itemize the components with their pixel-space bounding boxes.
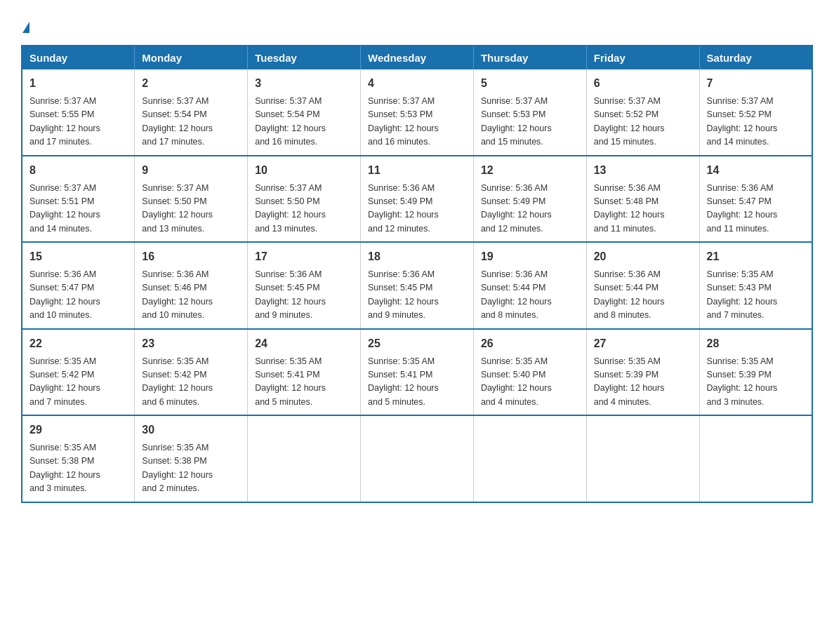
calendar-cell: 15Sunrise: 5:36 AMSunset: 5:47 PMDayligh… bbox=[22, 242, 135, 329]
column-header-friday: Friday bbox=[586, 46, 699, 69]
week-row-4: 22Sunrise: 5:35 AMSunset: 5:42 PMDayligh… bbox=[22, 329, 812, 416]
column-header-monday: Monday bbox=[135, 46, 248, 69]
page-header bbox=[21, 14, 813, 34]
calendar-cell: 3Sunrise: 5:37 AMSunset: 5:54 PMDaylight… bbox=[248, 69, 361, 156]
day-info: Sunrise: 5:36 AMSunset: 5:49 PMDaylight:… bbox=[481, 182, 579, 236]
day-number: 6 bbox=[594, 75, 692, 92]
column-header-thursday: Thursday bbox=[473, 46, 586, 69]
day-info: Sunrise: 5:36 AMSunset: 5:47 PMDaylight:… bbox=[707, 182, 805, 236]
day-number: 24 bbox=[255, 335, 353, 352]
day-number: 18 bbox=[368, 248, 466, 265]
day-info: Sunrise: 5:35 AMSunset: 5:42 PMDaylight:… bbox=[29, 355, 127, 410]
calendar-cell: 29Sunrise: 5:35 AMSunset: 5:38 PMDayligh… bbox=[22, 415, 135, 502]
day-info: Sunrise: 5:35 AMSunset: 5:42 PMDaylight:… bbox=[142, 355, 240, 410]
day-number: 14 bbox=[707, 162, 805, 179]
day-info: Sunrise: 5:37 AMSunset: 5:53 PMDaylight:… bbox=[481, 95, 579, 149]
day-info: Sunrise: 5:35 AMSunset: 5:40 PMDaylight:… bbox=[481, 355, 579, 410]
column-header-wednesday: Wednesday bbox=[361, 46, 474, 69]
day-info: Sunrise: 5:36 AMSunset: 5:45 PMDaylight:… bbox=[368, 268, 466, 323]
calendar-cell: 5Sunrise: 5:37 AMSunset: 5:53 PMDaylight… bbox=[473, 69, 586, 156]
day-info: Sunrise: 5:37 AMSunset: 5:55 PMDaylight:… bbox=[29, 95, 127, 149]
day-info: Sunrise: 5:35 AMSunset: 5:41 PMDaylight:… bbox=[368, 355, 466, 410]
calendar-cell: 19Sunrise: 5:36 AMSunset: 5:44 PMDayligh… bbox=[473, 242, 586, 329]
day-number: 9 bbox=[142, 162, 240, 179]
calendar-cell: 24Sunrise: 5:35 AMSunset: 5:41 PMDayligh… bbox=[248, 329, 361, 416]
calendar-cell: 11Sunrise: 5:36 AMSunset: 5:49 PMDayligh… bbox=[361, 156, 474, 243]
calendar-cell: 13Sunrise: 5:36 AMSunset: 5:48 PMDayligh… bbox=[586, 156, 699, 243]
day-info: Sunrise: 5:35 AMSunset: 5:39 PMDaylight:… bbox=[707, 355, 805, 410]
day-number: 5 bbox=[481, 75, 579, 92]
calendar-cell: 16Sunrise: 5:36 AMSunset: 5:46 PMDayligh… bbox=[135, 242, 248, 329]
day-number: 4 bbox=[368, 75, 466, 92]
day-info: Sunrise: 5:37 AMSunset: 5:53 PMDaylight:… bbox=[368, 95, 466, 149]
calendar-cell: 18Sunrise: 5:36 AMSunset: 5:45 PMDayligh… bbox=[361, 242, 474, 329]
calendar-header-row: SundayMondayTuesdayWednesdayThursdayFrid… bbox=[22, 46, 812, 69]
calendar-cell: 1Sunrise: 5:37 AMSunset: 5:55 PMDaylight… bbox=[22, 69, 135, 156]
day-number: 7 bbox=[707, 75, 805, 92]
week-row-3: 15Sunrise: 5:36 AMSunset: 5:47 PMDayligh… bbox=[22, 242, 812, 329]
calendar-cell bbox=[473, 415, 586, 502]
logo bbox=[21, 14, 29, 34]
calendar-cell: 28Sunrise: 5:35 AMSunset: 5:39 PMDayligh… bbox=[699, 329, 812, 416]
day-info: Sunrise: 5:36 AMSunset: 5:44 PMDaylight:… bbox=[481, 268, 579, 323]
day-number: 12 bbox=[481, 162, 579, 179]
calendar-cell: 20Sunrise: 5:36 AMSunset: 5:44 PMDayligh… bbox=[586, 242, 699, 329]
day-number: 17 bbox=[255, 248, 353, 265]
column-header-saturday: Saturday bbox=[699, 46, 812, 69]
day-number: 10 bbox=[255, 162, 353, 179]
logo-triangle-icon bbox=[22, 22, 29, 33]
day-number: 1 bbox=[29, 75, 127, 92]
day-info: Sunrise: 5:37 AMSunset: 5:50 PMDaylight:… bbox=[142, 182, 240, 236]
calendar-cell: 30Sunrise: 5:35 AMSunset: 5:38 PMDayligh… bbox=[135, 415, 248, 502]
day-info: Sunrise: 5:35 AMSunset: 5:39 PMDaylight:… bbox=[594, 355, 692, 410]
day-info: Sunrise: 5:37 AMSunset: 5:51 PMDaylight:… bbox=[29, 182, 127, 236]
day-info: Sunrise: 5:36 AMSunset: 5:47 PMDaylight:… bbox=[29, 268, 127, 323]
day-number: 30 bbox=[142, 422, 240, 438]
calendar-cell: 8Sunrise: 5:37 AMSunset: 5:51 PMDaylight… bbox=[22, 156, 135, 243]
calendar-cell bbox=[586, 415, 699, 502]
day-number: 8 bbox=[29, 162, 127, 179]
day-info: Sunrise: 5:37 AMSunset: 5:54 PMDaylight:… bbox=[142, 95, 240, 149]
day-info: Sunrise: 5:37 AMSunset: 5:52 PMDaylight:… bbox=[594, 95, 692, 149]
day-info: Sunrise: 5:36 AMSunset: 5:44 PMDaylight:… bbox=[594, 268, 692, 323]
day-number: 28 bbox=[707, 335, 805, 352]
day-number: 20 bbox=[594, 248, 692, 265]
day-number: 26 bbox=[481, 335, 579, 352]
day-number: 2 bbox=[142, 75, 240, 92]
day-info: Sunrise: 5:37 AMSunset: 5:52 PMDaylight:… bbox=[707, 95, 805, 149]
column-header-sunday: Sunday bbox=[22, 46, 135, 69]
week-row-1: 1Sunrise: 5:37 AMSunset: 5:55 PMDaylight… bbox=[22, 69, 812, 156]
calendar-cell: 21Sunrise: 5:35 AMSunset: 5:43 PMDayligh… bbox=[699, 242, 812, 329]
calendar-cell: 6Sunrise: 5:37 AMSunset: 5:52 PMDaylight… bbox=[586, 69, 699, 156]
day-number: 16 bbox=[142, 248, 240, 265]
day-number: 25 bbox=[368, 335, 466, 352]
column-header-tuesday: Tuesday bbox=[248, 46, 361, 69]
calendar-cell: 17Sunrise: 5:36 AMSunset: 5:45 PMDayligh… bbox=[248, 242, 361, 329]
calendar-cell: 2Sunrise: 5:37 AMSunset: 5:54 PMDaylight… bbox=[135, 69, 248, 156]
calendar-cell bbox=[361, 415, 474, 502]
calendar-cell: 14Sunrise: 5:36 AMSunset: 5:47 PMDayligh… bbox=[699, 156, 812, 243]
calendar-cell: 22Sunrise: 5:35 AMSunset: 5:42 PMDayligh… bbox=[22, 329, 135, 416]
day-number: 27 bbox=[594, 335, 692, 352]
day-info: Sunrise: 5:36 AMSunset: 5:45 PMDaylight:… bbox=[255, 268, 353, 323]
day-info: Sunrise: 5:36 AMSunset: 5:48 PMDaylight:… bbox=[594, 182, 692, 236]
day-info: Sunrise: 5:36 AMSunset: 5:46 PMDaylight:… bbox=[142, 268, 240, 323]
calendar-cell: 23Sunrise: 5:35 AMSunset: 5:42 PMDayligh… bbox=[135, 329, 248, 416]
logo-top bbox=[21, 14, 29, 34]
day-number: 22 bbox=[29, 335, 127, 352]
day-info: Sunrise: 5:35 AMSunset: 5:38 PMDaylight:… bbox=[142, 441, 240, 496]
calendar-cell: 25Sunrise: 5:35 AMSunset: 5:41 PMDayligh… bbox=[361, 329, 474, 416]
day-info: Sunrise: 5:37 AMSunset: 5:54 PMDaylight:… bbox=[255, 95, 353, 149]
day-number: 13 bbox=[594, 162, 692, 179]
day-info: Sunrise: 5:35 AMSunset: 5:38 PMDaylight:… bbox=[29, 441, 127, 496]
day-number: 23 bbox=[142, 335, 240, 352]
calendar-cell: 12Sunrise: 5:36 AMSunset: 5:49 PMDayligh… bbox=[473, 156, 586, 243]
day-number: 29 bbox=[29, 422, 127, 438]
day-number: 21 bbox=[707, 248, 805, 265]
day-info: Sunrise: 5:35 AMSunset: 5:43 PMDaylight:… bbox=[707, 268, 805, 323]
calendar-cell bbox=[248, 415, 361, 502]
calendar-table: SundayMondayTuesdayWednesdayThursdayFrid… bbox=[21, 45, 813, 503]
calendar-cell: 4Sunrise: 5:37 AMSunset: 5:53 PMDaylight… bbox=[361, 69, 474, 156]
week-row-5: 29Sunrise: 5:35 AMSunset: 5:38 PMDayligh… bbox=[22, 415, 812, 502]
day-number: 11 bbox=[368, 162, 466, 179]
